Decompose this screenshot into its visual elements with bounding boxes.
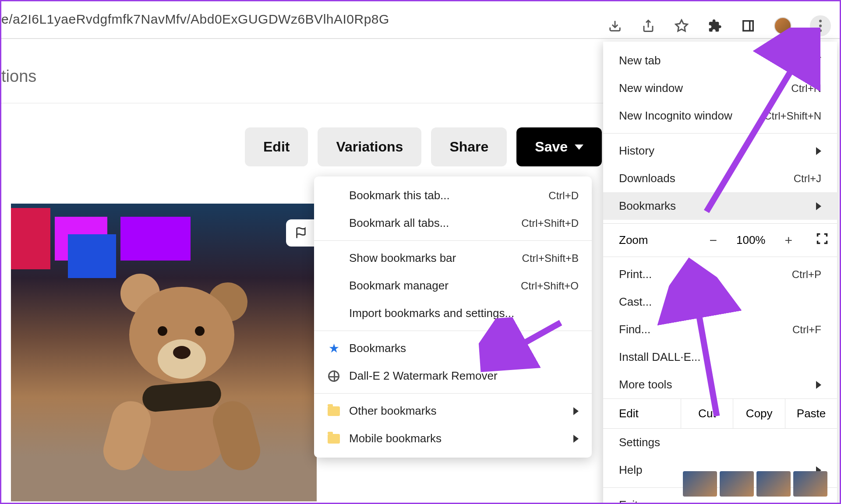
chevron-right-icon — [816, 147, 821, 155]
menu-find[interactable]: Find...Ctrl+F — [603, 316, 837, 343]
save-button-label: Save — [535, 139, 568, 155]
content-divider — [1, 103, 647, 103]
other-bookmarks[interactable]: Other bookmarks — [314, 397, 592, 425]
import-bookmarks[interactable]: Import bookmarks and settings... — [314, 300, 592, 327]
chevron-right-icon — [573, 435, 579, 443]
menu-history[interactable]: History — [603, 137, 837, 165]
menu-copy[interactable]: Copy — [733, 399, 785, 428]
extensions-icon[interactable] — [707, 18, 722, 33]
chevron-down-icon — [575, 145, 583, 150]
thumbnail[interactable] — [756, 471, 791, 497]
save-button[interactable]: Save — [516, 127, 602, 166]
share-icon[interactable] — [641, 18, 656, 33]
menu-zoom: Zoom − 100% + — [603, 227, 837, 253]
bookmarks-folder[interactable]: ★Bookmarks — [314, 335, 592, 362]
menu-more-tools[interactable]: More tools — [603, 371, 837, 398]
chevron-right-icon — [816, 381, 821, 389]
menu-cut[interactable]: Cut — [681, 399, 733, 428]
page-title: tions — [1, 67, 36, 86]
folder-icon — [327, 432, 340, 445]
menu-cast[interactable]: Cast... — [603, 288, 837, 316]
menu-install-dalle[interactable]: Install DALL·E... — [603, 343, 837, 371]
generated-image — [11, 204, 317, 501]
menu-downloads[interactable]: DownloadsCtrl+J — [603, 165, 837, 192]
bookmark-this-tab[interactable]: Bookmark this tab...Ctrl+D — [314, 182, 592, 209]
thumbnail[interactable] — [683, 471, 717, 497]
chevron-right-icon — [573, 407, 579, 415]
zoom-in-button[interactable]: + — [774, 233, 803, 248]
install-app-icon[interactable] — [608, 18, 622, 33]
flag-button[interactable] — [286, 219, 316, 247]
chrome-menu-button[interactable] — [810, 15, 831, 36]
menu-new-tab[interactable]: New tabCtrl+T — [603, 47, 837, 74]
dalle-watermark-remover-bookmark[interactable]: Dall-E 2 Watermark Remover — [314, 362, 592, 390]
profile-avatar[interactable] — [774, 17, 792, 35]
menu-paste[interactable]: Paste — [785, 399, 837, 428]
bookmark-manager[interactable]: Bookmark managerCtrl+Shift+O — [314, 272, 592, 300]
mobile-bookmarks[interactable]: Mobile bookmarks — [314, 425, 592, 452]
bookmark-all-tabs[interactable]: Bookmark all tabs...Ctrl+Shift+D — [314, 209, 592, 237]
bookmark-star-icon[interactable] — [674, 18, 689, 33]
menu-edit-label: Edit — [603, 399, 681, 428]
menu-new-window[interactable]: New windowCtrl+N — [603, 74, 837, 102]
url-fragment[interactable]: e/a2I6L1yaeRvdgfmfk7NavMfv/Abd0ExGUGDWz6… — [1, 12, 389, 27]
menu-new-incognito[interactable]: New Incognito windowCtrl+Shift+N — [603, 102, 837, 130]
thumbnail[interactable] — [793, 471, 827, 497]
zoom-out-button[interactable]: − — [699, 233, 728, 248]
globe-icon — [327, 370, 340, 383]
variations-button[interactable]: Variations — [318, 127, 421, 166]
show-bookmarks-bar[interactable]: Show bookmarks barCtrl+Shift+B — [314, 244, 592, 272]
edit-button[interactable]: Edit — [245, 127, 308, 166]
svg-rect-3 — [743, 21, 753, 31]
menu-bookmarks[interactable]: Bookmarks — [603, 192, 837, 220]
star-icon: ★ — [327, 342, 340, 355]
share-button[interactable]: Share — [431, 127, 507, 166]
chrome-main-menu: New tabCtrl+T New windowCtrl+N New Incog… — [603, 42, 837, 504]
toolbar-divider — [1, 38, 840, 39]
folder-icon — [327, 405, 340, 418]
menu-print[interactable]: Print...Ctrl+P — [603, 261, 837, 288]
sidepanel-icon[interactable] — [741, 18, 756, 33]
fullscreen-icon[interactable] — [816, 233, 828, 248]
svg-marker-2 — [676, 20, 688, 31]
bookmarks-submenu: Bookmark this tab...Ctrl+D Bookmark all … — [314, 176, 592, 458]
zoom-value: 100% — [728, 233, 774, 247]
thumbnail[interactable] — [720, 471, 754, 497]
chevron-right-icon — [816, 202, 821, 210]
thumbnail-strip — [683, 471, 827, 497]
menu-settings[interactable]: Settings — [603, 429, 837, 456]
